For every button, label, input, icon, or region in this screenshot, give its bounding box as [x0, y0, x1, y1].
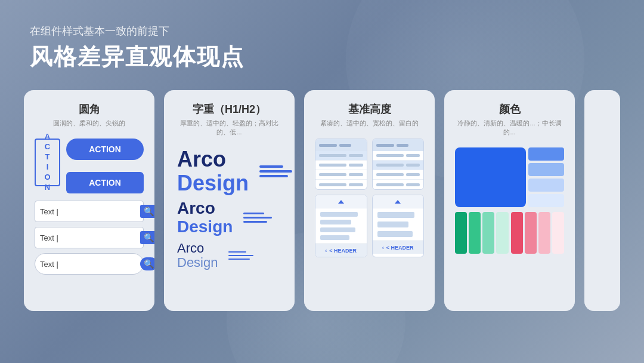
table-row-selected-1 — [315, 151, 367, 161]
cell-2 — [349, 154, 363, 157]
table-header-2 — [373, 139, 424, 151]
card-font-weight: 字重（H1/H2） 厚重的、适中的、轻盈的；高对比的、低... Arco Des… — [164, 90, 295, 311]
line-bar-5 — [243, 217, 272, 219]
btn-rect-action[interactable]: ACTION — [66, 172, 144, 193]
search-input-2[interactable] — [40, 233, 140, 242]
list-cell-3 — [320, 227, 355, 232]
list-cell-5 — [377, 212, 415, 218]
footer-label-1: < HEADER — [329, 248, 357, 254]
lines-sm — [228, 251, 253, 260]
card-border-radius: 圆角 圆润的、柔和的、尖锐的 ACTION ACTION ACTION 🔍 🔍 … — [24, 90, 154, 311]
line-bar-1 — [259, 165, 283, 168]
arco-block-lg: Arco Design — [177, 147, 281, 195]
cell-3 — [319, 164, 346, 167]
table-row-7 — [373, 170, 424, 180]
color-row-blue — [455, 147, 564, 207]
cell-1 — [319, 154, 346, 157]
input-row-2[interactable]: 🔍 — [35, 227, 144, 248]
chevron-left-icon-1: ‹ — [325, 248, 327, 254]
design-text-md: Design — [177, 218, 233, 236]
color-swatch-red-4 — [552, 212, 564, 254]
list-header-1 — [315, 195, 367, 208]
card-3-desc: 紧凑的、适中的、宽松的、留白的 — [315, 119, 424, 128]
color-swatch-green-2 — [469, 212, 481, 254]
color-swatch-blue-main — [455, 147, 526, 207]
card-color: 颜色 冷静的、清新的、温暖的...；中长调的... — [444, 90, 575, 311]
color-swatch-blue-1 — [528, 147, 564, 161]
header-dot-4 — [397, 144, 408, 147]
card-3-title: 基准高度 — [315, 102, 424, 116]
arco-text-md: Arco — [177, 199, 233, 218]
cell-10 — [406, 154, 420, 157]
color-grid — [455, 147, 564, 254]
cell-15 — [376, 183, 404, 186]
lines-md — [243, 213, 272, 223]
header-dot-3 — [376, 144, 394, 147]
color-swatch-red-1 — [511, 212, 523, 254]
arco-block-md: Arco Design — [177, 199, 281, 236]
list-cell-2 — [320, 220, 351, 224]
cell-13 — [376, 173, 404, 176]
cell-6 — [349, 173, 363, 176]
search-input-1[interactable] — [40, 207, 140, 216]
list-cell-4 — [320, 235, 349, 240]
mini-list-1: ‹ < HEADER — [315, 195, 367, 257]
color-blue-shades — [528, 147, 564, 207]
list-cell-6 — [377, 222, 408, 227]
line-bar-4 — [243, 213, 264, 214]
cell-4 — [349, 164, 363, 167]
list-footer-2: ‹ < HEADER — [373, 241, 424, 254]
color-swatch-blue-4 — [528, 194, 564, 207]
arco-text-lg: Arco — [177, 147, 249, 171]
cell-7 — [319, 183, 346, 186]
list-cell-1 — [320, 212, 358, 217]
color-swatch-green-4 — [496, 212, 508, 254]
color-swatch-blue-3 — [528, 179, 564, 192]
search-icon-2[interactable]: 🔍 — [140, 231, 154, 244]
design-text-lg: Design — [177, 171, 249, 195]
table-row-8 — [373, 180, 424, 189]
btn-square-action[interactable]: ACTION — [35, 139, 60, 186]
cell-14 — [406, 173, 420, 176]
footer-label-2: < HEADER — [386, 245, 414, 251]
mini-table-2 — [372, 139, 425, 190]
card-4-desc: 冷静的、清新的、温暖的...；中长调的... — [455, 119, 564, 137]
list-cell-7 — [377, 231, 413, 237]
cell-8 — [349, 183, 363, 186]
arco-group: Arco Design Arco Design — [175, 147, 284, 270]
cell-16 — [406, 183, 420, 186]
cell-9 — [376, 154, 404, 157]
chevron-up-icon-2 — [395, 200, 401, 204]
cell-12 — [406, 164, 420, 167]
card-base-height: 基准高度 紧凑的、适中的、宽松的、留白的 — [304, 90, 435, 311]
search-icon-3[interactable]: 🔍 — [140, 257, 154, 270]
btn-pill-action[interactable]: ACTION — [66, 139, 144, 160]
line-bar-8 — [228, 255, 253, 256]
list-body-1 — [315, 208, 367, 244]
line-bar-3 — [259, 175, 288, 177]
color-swatch-green-1 — [455, 212, 467, 254]
line-bar-9 — [228, 259, 250, 260]
table-row-2 — [315, 161, 367, 170]
table-header-1 — [315, 139, 367, 151]
input-row-3[interactable]: 🔍 — [35, 253, 144, 275]
line-bar-2 — [259, 170, 292, 173]
color-swatch-blue-2 — [528, 163, 564, 176]
search-input-3[interactable] — [40, 260, 140, 269]
color-red-group — [511, 212, 565, 254]
header-dot-1 — [319, 144, 337, 147]
mini-list-2: ‹ < HEADER — [372, 195, 425, 257]
card-1-desc: 圆润的、柔和的、尖锐的 — [35, 119, 144, 128]
arco-block-sm: Arco Design — [177, 241, 281, 270]
card-4-title: 颜色 — [455, 102, 564, 116]
line-bar-6 — [243, 221, 267, 223]
card-partial — [584, 90, 620, 311]
cards-container: 圆角 圆润的、柔和的、尖锐的 ACTION ACTION ACTION 🔍 🔍 … — [0, 90, 644, 311]
chevron-left-icon-2: ‹ — [382, 245, 384, 251]
input-row-1[interactable]: 🔍 — [35, 201, 144, 222]
search-icon-1[interactable]: 🔍 — [140, 205, 154, 218]
lines-lg — [259, 165, 292, 177]
cell-11 — [376, 164, 404, 167]
color-swatch-green-3 — [482, 212, 494, 254]
arco-text-sm: Arco — [177, 241, 218, 256]
